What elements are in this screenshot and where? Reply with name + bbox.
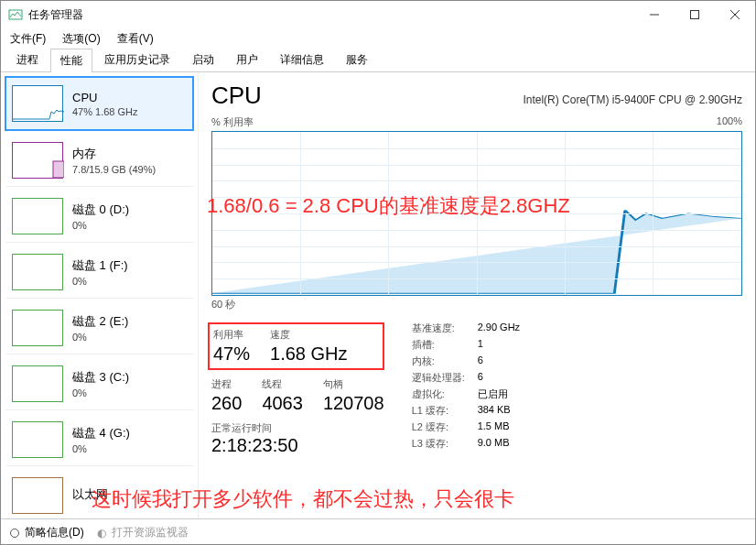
menu-view[interactable]: 查看(V): [113, 29, 157, 49]
sidebar-item-disk-f[interactable]: 磁盘 1 (F:)0%: [5, 245, 194, 299]
tab-users[interactable]: 用户: [226, 48, 268, 71]
content-area: CPU47% 1.68 GHz 内存7.8/15.9 GB (49%) 磁盘 0…: [1, 72, 755, 518]
tab-processes[interactable]: 进程: [6, 48, 49, 71]
tabbar: 进程 性能 应用历史记录 启动 用户 详细信息 服务: [1, 49, 755, 72]
memory-thumb-icon: [12, 142, 63, 179]
disk-thumb-icon: [12, 310, 63, 346]
menubar: 文件(F) 选项(O) 查看(V): [1, 28, 755, 49]
tab-services[interactable]: 服务: [336, 48, 378, 71]
pair-value: 6: [478, 354, 483, 368]
stat-proc-value: 260: [211, 393, 242, 414]
sidebar-item-label: 磁盘 0 (D:): [72, 202, 187, 218]
annotation-2: 这时候我打开多少软件，都不会过热，只会很卡: [92, 485, 514, 513]
tab-app-history[interactable]: 应用历史记录: [94, 48, 180, 71]
resmon-icon: ◐: [97, 527, 106, 540]
chart-xlabel: 60 秒: [211, 298, 742, 311]
close-button[interactable]: [715, 1, 755, 28]
disk-thumb-icon: [12, 421, 63, 458]
sidebar-item-label: CPU: [72, 91, 187, 104]
sidebar-item-disk-e[interactable]: 磁盘 2 (E:)0%: [5, 300, 194, 354]
sidebar-item-cpu[interactable]: CPU47% 1.68 GHz: [5, 76, 194, 131]
stat-speed-label: 速度: [270, 328, 347, 342]
pair-value: 已启用: [478, 387, 508, 401]
chart-ylabel: % 利用率: [211, 115, 254, 129]
sidebar-item-label: 磁盘 4 (G:): [72, 425, 187, 441]
pair-label: 基准速度:: [412, 322, 478, 335]
sidebar-item-sub: 0%: [72, 387, 187, 398]
sidebar-item-disk-c[interactable]: 磁盘 3 (C:)0%: [5, 356, 194, 410]
uptime-label: 正常运行时间: [211, 421, 384, 435]
sidebar-item-disk-d[interactable]: 磁盘 0 (D:)0%: [5, 189, 194, 243]
disk-thumb-icon: [12, 365, 63, 402]
cpu-thumb-icon: [12, 85, 63, 122]
stat-speed-value: 1.68 GHz: [270, 343, 347, 365]
sidebar-item-label: 磁盘 2 (E:): [72, 313, 187, 330]
collapse-icon[interactable]: [10, 529, 19, 538]
maximize-button[interactable]: [675, 1, 715, 28]
stat-util-label: 利用率: [213, 328, 250, 342]
sidebar-item-memory[interactable]: 内存7.8/15.9 GB (49%): [5, 133, 194, 187]
uptime-value: 2:18:23:50: [211, 435, 384, 456]
sidebar-item-sub: 0%: [72, 276, 187, 287]
sidebar-item-disk-g[interactable]: 磁盘 4 (G:)0%: [5, 412, 194, 466]
sidebar-item-label: 磁盘 1 (F:): [72, 257, 187, 274]
statusbar: 简略信息(D) ◐ 打开资源监视器: [1, 518, 755, 545]
minimize-button[interactable]: [634, 1, 675, 28]
pair-value: 1: [478, 338, 483, 352]
sidebar: CPU47% 1.68 GHz 内存7.8/15.9 GB (49%) 磁盘 0…: [1, 72, 199, 518]
pair-label: L3 缓存:: [412, 437, 478, 451]
titlebar: 任务管理器: [1, 1, 755, 28]
pair-label: L1 缓存:: [412, 404, 478, 418]
page-title: CPU: [211, 82, 262, 110]
disk-thumb-icon: [12, 254, 63, 290]
pair-value: 9.0 MB: [478, 437, 510, 451]
stat-util-value: 47%: [213, 343, 250, 365]
pair-label: 逻辑处理器:: [412, 371, 478, 385]
svg-rect-2: [691, 11, 699, 19]
menu-options[interactable]: 选项(O): [59, 29, 103, 49]
pair-label: 插槽:: [412, 338, 478, 352]
svg-rect-5: [53, 161, 64, 178]
stat-threads-label: 线程: [262, 377, 303, 391]
pair-value: 2.90 GHz: [478, 322, 520, 335]
window-title: 任务管理器: [28, 7, 634, 23]
brief-info-link[interactable]: 简略信息(D): [25, 525, 84, 540]
sidebar-item-label: 内存: [72, 146, 187, 162]
sidebar-item-sub: 0%: [72, 443, 187, 454]
stat-handles-label: 句柄: [323, 377, 384, 391]
tab-details[interactable]: 详细信息: [270, 48, 334, 71]
pair-label: 内核:: [412, 354, 478, 368]
main-panel: CPU Intel(R) Core(TM) i5-9400F CPU @ 2.9…: [199, 72, 755, 518]
stat-threads-value: 4063: [262, 393, 303, 414]
tab-performance[interactable]: 性能: [50, 49, 92, 72]
menu-file[interactable]: 文件(F): [6, 29, 49, 49]
pair-value: 1.5 MB: [478, 420, 510, 434]
sidebar-item-label: 磁盘 3 (C:): [72, 369, 187, 386]
pair-label: 虚拟化:: [412, 387, 478, 401]
annotation-1: 1.68/0.6 = 2.8 CPU的基准速度是2.8GHZ: [207, 192, 570, 220]
sidebar-item-sub: 47% 1.68 GHz: [72, 106, 187, 117]
pair-label: L2 缓存:: [412, 420, 478, 434]
app-icon: [8, 7, 23, 22]
stat-proc-label: 进程: [211, 377, 242, 391]
sidebar-item-sub: 0%: [72, 220, 187, 231]
cpu-model: Intel(R) Core(TM) i5-9400F CPU @ 2.90GHz: [523, 93, 742, 106]
tab-startup[interactable]: 启动: [182, 48, 224, 71]
sidebar-item-sub: 7.8/15.9 GB (49%): [72, 164, 187, 175]
disk-thumb-icon: [12, 198, 63, 234]
pair-value: 6: [478, 371, 483, 385]
chart-ymax: 100%: [717, 115, 742, 129]
sidebar-item-sub: 0%: [72, 332, 187, 343]
stat-handles-value: 120708: [323, 393, 384, 414]
open-resmon-link[interactable]: 打开资源监视器: [112, 525, 189, 540]
net-thumb-icon: [12, 477, 63, 514]
pair-value: 384 KB: [478, 404, 511, 418]
